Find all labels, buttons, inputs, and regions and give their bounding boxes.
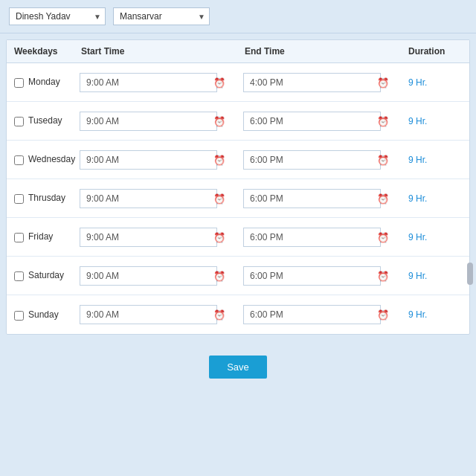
duration-cell-1: 9 Hr. xyxy=(401,110,460,132)
day-checkbox-0[interactable] xyxy=(14,78,24,88)
day-cell-6: Sunday xyxy=(7,303,74,327)
day-name-5: Saturday xyxy=(28,270,64,280)
day-checkbox-1[interactable] xyxy=(14,117,24,126)
header-duration: Duration xyxy=(401,46,460,57)
employee-dropdown[interactable]: Dinesh Yadav xyxy=(9,7,106,25)
start-time-cell-0[interactable]: ⏰ xyxy=(74,68,237,97)
day-checkbox-3[interactable] xyxy=(14,194,24,204)
day-cell-3: Thrusday xyxy=(7,187,74,210)
day-cell-4: Friday xyxy=(7,225,74,248)
location-dropdown[interactable]: Mansarvar xyxy=(113,7,210,25)
table-row: Saturday ⏰ ⏰ 9 Hr. xyxy=(7,257,469,295)
day-cell-1: Tuseday xyxy=(7,109,74,132)
duration-cell-3: 9 Hr. xyxy=(401,187,460,210)
end-time-input-4[interactable] xyxy=(243,228,381,247)
day-name-6: Sunday xyxy=(28,309,59,320)
table-row: Wednesday ⏰ ⏰ 9 Hr. xyxy=(7,141,469,179)
start-time-cell-4[interactable]: ⏰ xyxy=(74,223,237,251)
end-time-cell-0[interactable]: ⏰ xyxy=(237,68,401,97)
day-cell-0: Monday xyxy=(7,71,74,94)
duration-cell-2: 9 Hr. xyxy=(401,149,460,171)
start-time-input-5[interactable] xyxy=(80,266,217,286)
end-time-cell-4[interactable]: ⏰ xyxy=(237,223,401,251)
start-time-input-0[interactable] xyxy=(80,73,217,92)
end-time-cell-6[interactable]: ⏰ xyxy=(237,300,401,329)
duration-cell-5: 9 Hr. xyxy=(401,265,460,287)
start-time-cell-3[interactable]: ⏰ xyxy=(74,184,237,213)
end-time-input-6[interactable] xyxy=(243,305,381,324)
start-time-cell-6[interactable]: ⏰ xyxy=(74,300,237,329)
start-time-cell-2[interactable]: ⏰ xyxy=(74,146,237,174)
duration-cell-6: 9 Hr. xyxy=(401,303,460,326)
day-checkbox-2[interactable] xyxy=(14,155,24,165)
scrollbar[interactable] xyxy=(467,263,473,285)
table-row: Tuseday ⏰ ⏰ 9 Hr. xyxy=(7,102,469,141)
end-time-input-3[interactable] xyxy=(243,189,381,208)
end-time-input-2[interactable] xyxy=(243,150,381,170)
end-time-cell-1[interactable]: ⏰ xyxy=(237,107,401,135)
end-time-input-0[interactable] xyxy=(243,73,381,92)
table-row: Monday ⏰ ⏰ 9 Hr. xyxy=(7,63,469,102)
start-time-cell-1[interactable]: ⏰ xyxy=(74,107,237,135)
duration-cell-0: 9 Hr. xyxy=(401,71,460,94)
start-time-cell-5[interactable]: ⏰ xyxy=(74,262,237,290)
day-name-4: Friday xyxy=(28,231,53,242)
table-row: Thrusday ⏰ ⏰ 9 Hr. xyxy=(7,179,469,218)
day-checkbox-5[interactable] xyxy=(14,271,24,281)
end-time-cell-2[interactable]: ⏰ xyxy=(237,146,401,174)
top-bar: Dinesh Yadav ▼ Mansarvar ▼ xyxy=(0,0,476,33)
day-checkbox-6[interactable] xyxy=(14,311,24,321)
header-weekday: Weekdays xyxy=(7,46,74,57)
end-time-cell-5[interactable]: ⏰ xyxy=(237,262,401,290)
start-time-input-2[interactable] xyxy=(80,150,217,170)
day-cell-5: Saturday xyxy=(7,264,74,287)
table-header: Weekdays Start Time End Time Duration xyxy=(7,40,469,63)
header-start-time: Start Time xyxy=(74,46,237,57)
duration-cell-4: 9 Hr. xyxy=(401,226,460,248)
day-checkbox-4[interactable] xyxy=(14,233,24,242)
table-row: Friday ⏰ ⏰ 9 Hr. xyxy=(7,218,469,257)
location-dropdown-wrapper[interactable]: Mansarvar ▼ xyxy=(113,7,210,25)
day-name-1: Tuseday xyxy=(28,115,62,126)
start-time-input-3[interactable] xyxy=(80,189,217,208)
day-cell-2: Wednesday xyxy=(7,148,74,171)
end-time-cell-3[interactable]: ⏰ xyxy=(237,184,401,213)
employee-dropdown-wrapper[interactable]: Dinesh Yadav ▼ xyxy=(9,7,106,25)
table-body: Monday ⏰ ⏰ 9 Hr. Tuseday ⏰ ⏰ xyxy=(7,63,469,334)
start-time-input-6[interactable] xyxy=(80,305,217,324)
day-name-2: Wednesday xyxy=(28,154,75,164)
end-time-input-1[interactable] xyxy=(243,112,381,131)
end-time-input-5[interactable] xyxy=(243,266,381,286)
save-area: Save xyxy=(0,341,476,393)
save-button[interactable]: Save xyxy=(209,356,267,379)
table-row: Sunday ⏰ ⏰ 9 Hr. xyxy=(7,295,469,334)
start-time-input-1[interactable] xyxy=(80,112,217,131)
day-name-0: Monday xyxy=(28,77,60,87)
day-name-3: Thrusday xyxy=(28,193,65,203)
schedule-table: Weekdays Start Time End Time Duration Mo… xyxy=(6,39,470,335)
header-end-time: End Time xyxy=(237,46,401,57)
start-time-input-4[interactable] xyxy=(80,228,217,247)
